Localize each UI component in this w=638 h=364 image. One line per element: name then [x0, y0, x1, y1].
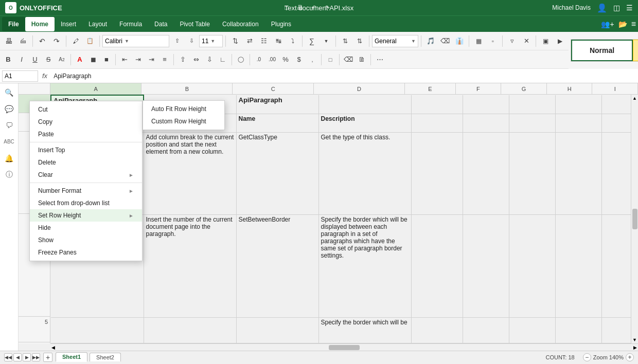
cell-C4[interactable]: SetBetweenBorder	[236, 214, 318, 317]
sidebar-comment-icon[interactable]: 💬	[2, 102, 16, 116]
undo-btn[interactable]: ↶	[36, 34, 49, 48]
settings-icon[interactable]: ≡	[631, 20, 636, 29]
cell-D2[interactable]: Description	[318, 114, 411, 132]
cell-I4[interactable]	[601, 214, 631, 317]
print-quick-btn[interactable]: 🖮	[16, 34, 30, 48]
col-header-H[interactable]: H	[547, 83, 593, 95]
vscroll-up-btn[interactable]: ▲	[632, 95, 637, 101]
ctx-clear[interactable]: Clear ►	[30, 169, 142, 181]
submenu-auto-fit-row-height[interactable]: Auto Fit Row Height	[143, 103, 224, 115]
sort-za-btn[interactable]: ⇅	[353, 34, 366, 48]
hscroll-right-btn[interactable]: ▶	[633, 345, 638, 350]
vscroll-thumb-main[interactable]	[632, 209, 637, 229]
cell-E2[interactable]	[411, 114, 463, 132]
cell-H2[interactable]	[555, 114, 601, 132]
cell-E3[interactable]	[411, 132, 463, 214]
ctx-dropdown-list[interactable]: Select from drop-down list	[30, 197, 142, 209]
hscroll-left-btn[interactable]: ◀	[50, 345, 55, 350]
cell-B3[interactable]: Add column break to the current position…	[144, 132, 236, 214]
menu-insert[interactable]: Insert	[55, 17, 82, 31]
add-user-icon[interactable]: 👥+	[601, 20, 614, 28]
cell-style-normal[interactable]: Normal	[571, 40, 633, 61]
save-location-icon[interactable]: 📂	[618, 20, 627, 28]
merge-cells-btn[interactable]: ◯	[235, 53, 247, 66]
sum-btn[interactable]: ∑	[305, 34, 318, 48]
cell-H5[interactable]	[555, 317, 601, 343]
sum-caret[interactable]: ▼	[320, 34, 333, 48]
cell-G2[interactable]	[509, 114, 555, 132]
col-header-E[interactable]: E	[405, 83, 455, 95]
cell-reference[interactable]: A1	[2, 70, 38, 82]
cell-F4[interactable]	[463, 214, 509, 317]
cell-C1[interactable]: ApiParagraph	[236, 95, 318, 114]
cell-C2[interactable]: Name	[236, 114, 318, 132]
cell-E4[interactable]	[411, 214, 463, 317]
valign-top-btn[interactable]: ⇧	[176, 53, 189, 66]
ctx-paste[interactable]: Paste	[30, 128, 142, 140]
sort-az-btn[interactable]: ⇅	[339, 34, 352, 48]
menu-layout[interactable]: Layout	[82, 17, 113, 31]
print-btn[interactable]: 🖶	[2, 34, 15, 48]
underline-btn[interactable]: U	[29, 53, 41, 66]
cell-style-neutral[interactable]: Neutral	[633, 40, 638, 61]
decrease-indent-btn[interactable]: ⇄	[243, 34, 256, 48]
percent-btn[interactable]: %	[279, 53, 292, 66]
cell-H1[interactable]	[555, 95, 601, 114]
redo-btn[interactable]: ↷	[50, 34, 63, 48]
currency-btn[interactable]: $	[293, 53, 305, 66]
ctx-insert-top[interactable]: Insert Top	[30, 144, 142, 156]
add-sheet-btn[interactable]: +	[43, 353, 52, 362]
formula-input[interactable]	[51, 72, 636, 80]
image-btn[interactable]: ▶	[553, 34, 566, 48]
row-num-5[interactable]: 5	[19, 317, 50, 342]
increase-decimal-btn[interactable]: .0	[253, 53, 265, 66]
sidebar-chat-icon[interactable]: 🗩	[2, 118, 16, 133]
ctx-copy[interactable]: Copy	[30, 116, 142, 128]
cell-A5[interactable]	[51, 317, 144, 343]
align-justify-btn[interactable]: ≡	[158, 53, 171, 66]
menu-icon[interactable]: ☰	[626, 4, 633, 12]
subscript-btn[interactable]: A2	[56, 53, 68, 66]
col-header-G[interactable]: G	[501, 83, 547, 95]
submenu-custom-row-height[interactable]: Custom Row Height	[143, 115, 224, 128]
corner-cell[interactable]	[19, 83, 50, 94]
ctx-delete[interactable]: Delete	[30, 156, 142, 169]
font-size-up[interactable]: ⇧	[170, 34, 184, 48]
borders-btn[interactable]: ☷	[257, 34, 271, 48]
format-sheet-btn[interactable]: 🗎	[356, 53, 368, 66]
cell-B5[interactable]	[144, 317, 236, 343]
align-right-btn[interactable]: ⇥	[145, 53, 157, 66]
chart-btn[interactable]: ▣	[539, 34, 552, 48]
filter-btn[interactable]: ▿	[505, 34, 519, 48]
sidebar-notify-icon[interactable]: 🔔	[2, 151, 16, 166]
fill-btn[interactable]: ■	[100, 53, 113, 66]
cell-I5[interactable]	[601, 317, 631, 343]
format-as-table-btn[interactable]: ▦	[472, 34, 485, 48]
zoom-out-btn[interactable]: −	[583, 353, 591, 361]
sheet-first-btn[interactable]: ◀◀	[4, 353, 12, 361]
cell-F5[interactable]	[463, 317, 509, 343]
sheet-tab-2[interactable]: Sheet2	[90, 353, 121, 361]
valign-mid-btn[interactable]: ⇔	[190, 53, 202, 66]
sheet-last-btn[interactable]: ▶▶	[32, 353, 40, 361]
cell-D5[interactable]: Specify the border which will be	[318, 317, 411, 343]
cell-D4[interactable]: Specify the border which will be display…	[318, 214, 411, 317]
cell-I3[interactable]	[601, 132, 631, 214]
sidebar-info-icon[interactable]: ⓘ	[2, 168, 16, 182]
vscroll-down-btn[interactable]: ▼	[632, 337, 637, 343]
decrease-decimal-btn[interactable]: .00	[266, 53, 278, 66]
copy-style-btn[interactable]: 🖍	[69, 34, 82, 48]
ctx-freeze-panes[interactable]: Freeze Panes	[30, 246, 142, 259]
font-name-selector[interactable]: Calibri ▼	[102, 35, 169, 47]
named-ranges-btn[interactable]: □	[324, 53, 336, 66]
hscroll-thumb[interactable]	[329, 345, 360, 350]
delete-sheet-btn[interactable]: ⌫	[342, 53, 355, 66]
bold-btn[interactable]: B	[2, 53, 14, 66]
increase-indent-btn[interactable]: ⇅	[228, 34, 242, 48]
number-format-selector[interactable]: General ▼	[372, 35, 418, 47]
cell-F1[interactable]	[463, 95, 509, 114]
cell-H4[interactable]	[555, 214, 601, 317]
menu-file[interactable]: File	[2, 17, 25, 31]
menu-pivot-table[interactable]: Pivot Table	[173, 17, 216, 31]
ctx-show[interactable]: Show	[30, 234, 142, 246]
